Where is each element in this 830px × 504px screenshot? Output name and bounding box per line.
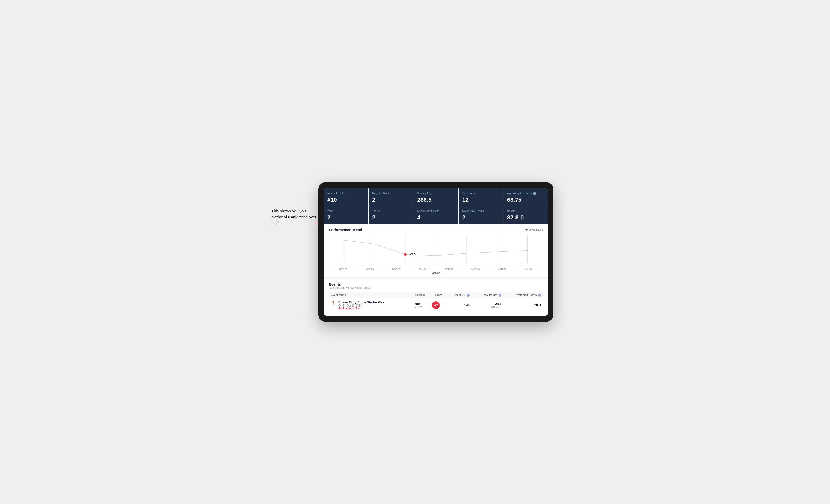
chart-x-axis-title: Months	[329, 272, 543, 274]
stat-top3s: Top 3s 2	[369, 206, 413, 224]
stat-regional-rank: Regional Rank 2	[369, 188, 413, 206]
total-points-cell: 28.3 3 Rounds	[472, 298, 504, 312]
tablet-frame: National Rank #10 Regional Rank 2 Scorin…	[318, 182, 553, 322]
position-value: 6th	[410, 302, 425, 306]
events-section: Events Last updated: 24th November 2023 …	[324, 277, 548, 316]
tooltip-annotation: This shows you your National Rank trend …	[272, 208, 324, 226]
table-row: 🏌️ Buster Cozy Cup – Stroke Play Oct 9 -…	[329, 298, 543, 312]
event-type-icon: 🏌️	[331, 301, 336, 305]
avg-weighted-info-icon: i	[533, 192, 536, 195]
weighted-points-info-icon: i	[538, 294, 541, 297]
stat-national-rank: National Rank #10	[324, 188, 368, 206]
event-name-cell: 🏌️ Buster Cozy Cup – Stroke Play Oct 9 -…	[329, 298, 408, 312]
col-score: Score	[428, 292, 444, 298]
col-event-sg: Event SG i	[444, 292, 472, 298]
x-label-mar24: MAR 24	[462, 268, 489, 271]
stat-record-label: Record	[507, 209, 544, 212]
stat-wins-value: 2	[327, 214, 364, 221]
chart-subtitle: National Rank	[525, 228, 543, 231]
stat-scoring-avg: Scoring Avg. 286.5	[413, 188, 458, 206]
events-title: Events	[329, 282, 543, 287]
chart-x-labels: OCT 23 NOV 23 DEC 23 JAN 24 FEB 24 MAR 2…	[329, 268, 543, 271]
events-table: Event Name Position Score Event SG i Tot…	[329, 292, 543, 312]
stat-avg-weighted-pts: Avg. Weighted Points i 68.75	[504, 188, 548, 206]
stat-scoring-avg-label: Scoring Avg.	[417, 192, 454, 195]
x-label-may24: MAY 24	[515, 268, 542, 271]
chart-area: #10	[329, 235, 543, 266]
events-last-updated: Last updated: 24th November 2023	[329, 287, 543, 289]
rank-impact-arrow: ▼	[358, 307, 360, 310]
position-of: out of 7	[410, 306, 425, 308]
stat-record-value: 32-8-0	[507, 214, 544, 221]
x-label-jan24: JAN 24	[410, 268, 436, 271]
stat-national-rank-value: #10	[327, 196, 364, 203]
stat-national-rank-label: National Rank	[327, 192, 364, 195]
col-position: Position	[408, 292, 427, 298]
stat-top3s-value: 2	[372, 214, 410, 221]
chart-title: Performance Trend	[329, 228, 362, 232]
x-label-feb24: FEB 24	[436, 268, 462, 271]
stat-stroke-play-events-label: Stroke Play Events	[417, 209, 454, 212]
stat-avg-weighted-pts-value: 68.75	[507, 196, 544, 203]
total-points-sub: 3 Rounds	[474, 306, 501, 308]
total-points-info-icon: i	[499, 294, 501, 297]
stat-record: Record 32-8-0	[504, 206, 548, 224]
col-total-points: Total Points i	[472, 292, 504, 298]
stat-top3s-label: Top 3s	[372, 209, 410, 212]
score-badge: -22	[432, 301, 440, 309]
stat-total-rounds: Total Rounds 12	[458, 188, 503, 206]
stat-wins: Wins 2	[324, 206, 368, 224]
stat-match-play-events-value: 2	[462, 214, 500, 221]
stat-stroke-play-events-value: 4	[417, 214, 454, 221]
performance-chart-svg: #10	[329, 235, 543, 266]
chart-data-label: #10	[410, 253, 416, 256]
event-position-cell: 6th out of 7	[408, 298, 427, 312]
chart-data-point	[404, 253, 407, 256]
col-event-name: Event Name	[329, 292, 408, 298]
x-label-apr24: APR 24	[489, 268, 515, 271]
weighted-points-value: 28.3	[534, 303, 541, 307]
chart-section: Performance Trend National Rank	[324, 224, 548, 277]
event-sg-info-icon: i	[467, 294, 470, 297]
stat-total-rounds-label: Total Rounds	[462, 192, 500, 195]
events-table-body: 🏌️ Buster Cozy Cup – Stroke Play Oct 9 -…	[329, 298, 543, 312]
stat-wins-label: Wins	[327, 209, 364, 212]
event-date: Oct 9 - Oct 10, 2023	[338, 304, 384, 307]
stat-match-play-events-label: Match Play Events	[462, 209, 500, 212]
x-label-nov23: NOV 23	[356, 268, 383, 271]
stat-regional-rank-label: Regional Rank	[372, 192, 410, 195]
outer-wrapper: This shows you your National Rank trend …	[272, 172, 558, 332]
stat-total-rounds-value: 12	[462, 196, 500, 203]
stat-regional-rank-value: 2	[372, 196, 410, 203]
x-label-oct23: OCT 23	[330, 268, 356, 271]
stat-match-play-events: Match Play Events 2	[458, 206, 503, 224]
stat-stroke-play-events: Stroke Play Events 4	[413, 206, 458, 224]
event-name: Buster Cozy Cup – Stroke Play	[338, 301, 384, 304]
rank-impact: Rank Impact: 3 ▼	[338, 307, 384, 310]
event-score-cell: -22	[428, 298, 444, 312]
weighted-points-cell: 28.3	[504, 298, 543, 312]
event-sg-value: 0.45	[464, 304, 470, 307]
stats-grid-row2: Wins 2 Top 3s 2 Stroke Play Events 4 Mat…	[324, 206, 548, 224]
chart-header: Performance Trend National Rank	[329, 228, 543, 232]
events-table-header: Event Name Position Score Event SG i Tot…	[329, 292, 543, 298]
col-weighted-points: Weighted Points i	[504, 292, 543, 298]
stat-avg-weighted-pts-label: Avg. Weighted Points i	[507, 192, 544, 195]
stats-grid-row1: National Rank #10 Regional Rank 2 Scorin…	[324, 188, 548, 206]
total-points-value: 28.3	[474, 302, 501, 306]
x-label-dec23: DEC 23	[383, 268, 410, 271]
stat-scoring-avg-value: 286.5	[417, 196, 454, 203]
event-sg-cell: 0.45	[444, 298, 472, 312]
tablet-screen: National Rank #10 Regional Rank 2 Scorin…	[324, 188, 548, 316]
